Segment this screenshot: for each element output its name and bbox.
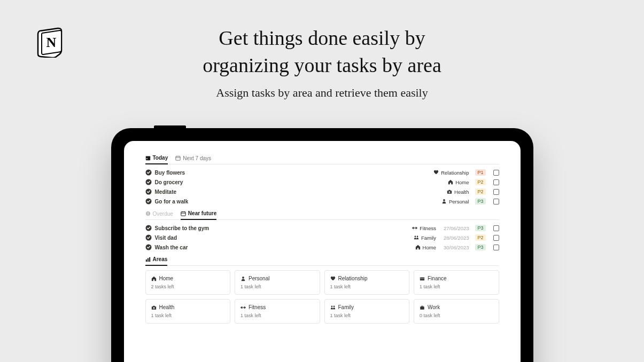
task-title: Subscribe to the gym xyxy=(155,225,210,231)
chart-icon xyxy=(145,257,151,262)
task-row[interactable]: Do grocery Home P2 xyxy=(145,177,499,187)
check-circle-icon xyxy=(145,244,152,250)
task-priority: P3 xyxy=(475,225,485,231)
task-area: Fitness xyxy=(412,225,436,231)
task-title: Wash the car xyxy=(155,245,188,250)
area-card-health[interactable]: Health 1 task left xyxy=(145,299,231,324)
task-row[interactable]: Subscribe to the gym Fitness 27/06/2023 … xyxy=(145,223,499,233)
task-area: Relationship xyxy=(433,170,469,176)
tab-overdue[interactable]: Overdue xyxy=(145,210,173,219)
task-area: Health xyxy=(447,189,469,195)
dumbbell-icon xyxy=(412,225,417,231)
warning-icon xyxy=(145,211,151,216)
calendar-icon xyxy=(175,155,181,161)
home-icon xyxy=(448,179,453,185)
check-circle-icon xyxy=(145,198,152,204)
area-card-relationship[interactable]: Relationship 1 task left xyxy=(324,270,410,295)
task-priority: P3 xyxy=(475,198,485,204)
task-priority: P3 xyxy=(475,244,485,250)
area-card-fitness[interactable]: Fitness 1 task left xyxy=(235,299,320,324)
task-priority: P2 xyxy=(475,179,485,185)
task-title: Meditate xyxy=(155,189,177,195)
area-card-count: 0 task left xyxy=(420,313,493,318)
heart-icon xyxy=(433,170,439,175)
area-card-count: 1 task left xyxy=(330,284,404,289)
work-icon xyxy=(420,305,425,310)
tab-today[interactable]: Today xyxy=(145,155,168,164)
area-card-family[interactable]: Family 1 task left xyxy=(324,299,410,324)
area-card-count: 1 task left xyxy=(420,284,493,289)
calendar-solid-icon xyxy=(145,155,151,161)
area-card-name: Family xyxy=(338,304,354,310)
view-tabs-2: Overdue Near future xyxy=(145,210,499,220)
area-card-name: Relationship xyxy=(338,276,368,281)
area-card-finance[interactable]: Finance 1 task left xyxy=(414,270,499,295)
area-card-count: 1 task left xyxy=(330,313,404,318)
view-tabs-1: Today Next 7 days xyxy=(145,155,499,164)
home-icon xyxy=(415,245,421,250)
task-area: Home xyxy=(415,245,436,250)
task-date: 28/06/2023 xyxy=(444,235,469,241)
check-circle-icon xyxy=(145,234,152,241)
heart-icon xyxy=(330,276,336,281)
tablet-frame: Today Next 7 days Buy flowers Relationsh… xyxy=(111,128,533,362)
task-area: Home xyxy=(448,179,469,185)
task-area: Family xyxy=(414,235,436,241)
person-icon xyxy=(441,199,447,204)
task-date: 27/06/2023 xyxy=(444,225,469,231)
subheadline: Assign tasks by area and retrieve them e… xyxy=(0,86,644,100)
task-row[interactable]: Meditate Health P2 xyxy=(145,187,499,196)
task-priority: P2 xyxy=(475,234,485,241)
tab-areas[interactable]: Areas xyxy=(145,256,168,266)
view-tabs-3: Areas xyxy=(145,256,499,266)
tab-next-7-days[interactable]: Next 7 days xyxy=(175,155,211,164)
medkit-icon xyxy=(447,189,452,194)
finance-icon xyxy=(420,276,425,281)
task-title: Buy flowers xyxy=(155,170,185,176)
task-checkbox[interactable] xyxy=(493,235,499,241)
task-title: Visit dad xyxy=(155,235,177,241)
task-checkbox[interactable] xyxy=(493,170,499,176)
area-card-name: Home xyxy=(159,276,174,281)
area-card-count: 1 task left xyxy=(240,313,314,318)
person-icon xyxy=(240,276,246,281)
dumbbell-icon xyxy=(240,305,246,310)
check-circle-icon xyxy=(145,225,152,231)
home-icon xyxy=(151,276,157,281)
task-priority: P2 xyxy=(475,188,485,195)
task-area: Personal xyxy=(441,199,469,204)
area-card-name: Personal xyxy=(249,276,269,281)
task-row[interactable]: Go for a walk Personal P3 xyxy=(145,196,499,206)
check-circle-icon xyxy=(145,188,152,195)
task-title: Do grocery xyxy=(155,179,183,185)
area-card-name: Fitness xyxy=(249,304,266,310)
tab-near-future[interactable]: Near future xyxy=(181,210,216,220)
check-circle-icon xyxy=(145,169,152,176)
task-title: Go for a walk xyxy=(155,199,189,204)
medkit-icon xyxy=(151,305,157,310)
task-priority: P1 xyxy=(475,169,485,176)
area-card-personal[interactable]: Personal 1 task left xyxy=(235,270,320,295)
area-card-count: 1 task left xyxy=(240,284,314,289)
task-date: 30/06/2023 xyxy=(444,245,469,250)
area-card-name: Finance xyxy=(428,276,447,281)
calendar-icon xyxy=(181,211,186,216)
family-icon xyxy=(330,305,336,310)
app-screen: Today Next 7 days Buy flowers Relationsh… xyxy=(124,141,521,362)
task-checkbox[interactable] xyxy=(493,245,499,250)
check-circle-icon xyxy=(145,179,152,185)
area-card-work[interactable]: Work 0 task left xyxy=(414,299,499,324)
task-checkbox[interactable] xyxy=(493,179,499,185)
area-card-home[interactable]: Home 2 tasks left xyxy=(145,270,231,295)
area-card-name: Health xyxy=(159,304,175,310)
task-checkbox[interactable] xyxy=(493,225,499,231)
task-checkbox[interactable] xyxy=(493,199,499,204)
task-row[interactable]: Visit dad Family 28/06/2023 P2 xyxy=(145,233,499,242)
task-checkbox[interactable] xyxy=(493,189,499,195)
task-row[interactable]: Wash the car Home 30/06/2023 P3 xyxy=(145,242,499,252)
task-row[interactable]: Buy flowers Relationship P1 xyxy=(145,168,499,177)
area-card-count: 2 tasks left xyxy=(151,284,225,289)
area-card-name: Work xyxy=(428,304,440,310)
area-card-count: 1 task left xyxy=(151,313,225,318)
family-icon xyxy=(414,235,419,240)
